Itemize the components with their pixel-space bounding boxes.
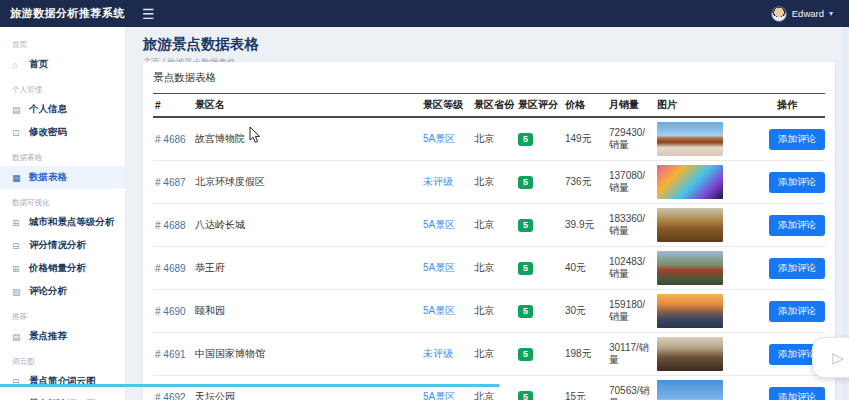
attraction-id: # 4688 [155,220,186,231]
video-progress-bar[interactable] [0,384,500,387]
attraction-sales: 30117/销量 [609,342,649,366]
sidebar-item-city-level-analysis[interactable]: ⊞城市和景点等级分析 [0,211,125,234]
attraction-price: 198元 [565,348,592,359]
attraction-image [657,294,723,328]
id-card-icon: ▤ [12,105,23,115]
col-header-price: 价格 [563,94,607,118]
rating-badge: 5 [518,391,533,400]
recommend-icon: ▤ [12,332,23,342]
attraction-name: 故宫博物院 [195,133,245,144]
attraction-price: 39.9元 [565,219,594,230]
attraction-id: # 4691 [155,349,186,360]
play-icon: ▷ [832,349,844,367]
col-header-province: 景区省份 [472,94,516,118]
attraction-province: 北京 [474,176,494,187]
sidebar-item-rating-analysis[interactable]: ⊟评分情况分析 [0,234,125,257]
attraction-image [657,337,723,371]
city-chart-icon: ⊞ [12,218,23,228]
sidebar-item-label: 个人信息 [29,103,67,116]
sidebar-section-label: 个人管理 [12,85,125,95]
add-comment-button[interactable]: 添加评论 [769,129,825,150]
sidebar-item-price-sales-analysis[interactable]: ⊞价格销量分析 [0,257,125,280]
bar-chart-icon: ▨ [12,287,23,297]
hamburger-menu-icon[interactable]: ☰ [142,7,155,21]
avatar [771,6,787,22]
attraction-name: 恭王府 [195,262,225,273]
sidebar-item-label: 价格销量分析 [29,262,86,275]
attraction-sales: 159180/销量 [609,299,645,323]
caret-down-icon: ▾ [829,9,833,18]
table-icon: ▦ [12,173,23,183]
play-button-overlay[interactable]: ▷ [812,337,849,378]
sidebar-section-label: 数据可视化 [12,198,125,208]
attraction-image [657,165,723,199]
col-header-id: # [153,94,193,118]
sidebar-item-comment-wordcloud[interactable]: ⊟景点评论词云图 [0,393,125,400]
sidebar-section-label: 数据表格 [12,153,125,163]
sidebar-item-data-table[interactable]: ▦数据表格 [0,166,125,189]
attraction-province: 北京 [474,391,494,400]
sidebar-item-change-password[interactable]: ⊡修改密码 [0,121,125,144]
add-comment-button[interactable]: 添加评论 [769,301,825,322]
sidebar-nav: 首页⌂首页个人管理▤个人信息⊡修改密码数据表格▦数据表格数据可视化⊞城市和景点等… [0,40,125,400]
attraction-price: 15元 [565,391,586,400]
attraction-province: 北京 [474,348,494,359]
sidebar-item-label: 城市和景点等级分析 [29,216,115,229]
topbar: 旅游数据分析推荐系统 ☰ Edward ▾ [0,0,849,27]
attraction-id: # 4687 [155,177,186,188]
table-row[interactable]: # 4692 天坛公园 5A景区 北京 5 15元 70563/销量 添加评论 [153,376,825,400]
main-content: 旅游景点数据表格 主页 / 旅游景点数据表格 景点数据表格 # 景区名 景区等级 [126,27,849,400]
attraction-id: # 4690 [155,306,186,317]
col-header-image: 图片 [655,94,763,118]
add-comment-button[interactable]: 添加评论 [769,215,825,236]
table-row[interactable]: # 4687 北京环球度假区 未评级 北京 5 736元 137080/销量 添… [153,161,825,204]
rating-badge: 5 [518,305,533,318]
table-row[interactable]: # 4688 八达岭长城 5A景区 北京 5 39.9元 183360/销量 添… [153,204,825,247]
sidebar-item-comment-analysis[interactable]: ▨评论分析 [0,280,125,303]
rating-badge: 5 [518,219,533,232]
attraction-province: 北京 [474,305,494,316]
table-row[interactable]: # 4689 恭王府 5A景区 北京 5 40元 102483/销量 添加评论 [153,247,825,290]
attraction-level-link[interactable]: 5A景区 [423,262,455,273]
user-menu[interactable]: Edward ▾ [771,6,849,22]
attraction-province: 北京 [474,133,494,144]
attraction-level-link[interactable]: 5A景区 [423,391,455,400]
attraction-sales: 183360/销量 [609,213,645,237]
attraction-sales: 729430/销量 [609,127,645,151]
sidebar-item-intro-wordcloud[interactable]: ⊟景点简介词云图 [0,370,125,393]
card-title: 景点数据表格 [153,71,825,85]
attraction-level-link[interactable]: 未评级 [423,176,453,187]
attraction-level-link[interactable]: 5A景区 [423,305,455,316]
attraction-name: 天坛公园 [195,391,235,400]
attraction-image [657,208,723,242]
attraction-level-link[interactable]: 5A景区 [423,133,455,144]
attraction-level-link[interactable]: 5A景区 [423,219,455,230]
add-comment-button[interactable]: 添加评论 [769,172,825,193]
attraction-id: # 4689 [155,263,186,274]
home-icon: ⌂ [12,60,23,70]
sidebar-item-attraction-recommend[interactable]: ▤景点推荐 [0,325,125,348]
col-header-action: 操作 [763,94,825,118]
mouse-cursor [249,126,261,144]
attraction-province: 北京 [474,262,494,273]
price-chart-icon: ⊞ [12,264,23,274]
table-body: # 4686 故宫博物院 5A景区 北京 5 149元 729430/销量 添加… [153,117,825,400]
sidebar-item-label: 修改密码 [29,126,67,139]
attraction-name: 中国国家博物馆 [195,348,265,359]
page-title: 旅游景点数据表格 [143,35,849,54]
add-comment-button[interactable]: 添加评论 [769,258,825,279]
attraction-image [657,380,723,400]
attraction-name: 八达岭长城 [195,219,245,230]
attraction-price: 30元 [565,305,586,316]
table-row[interactable]: # 4691 中国国家博物馆 未评级 北京 5 198元 30117/销量 添加… [153,333,825,376]
sidebar-item-profile[interactable]: ▤个人信息 [0,98,125,121]
add-comment-button[interactable]: 添加评论 [769,387,825,400]
sidebar-item-home[interactable]: ⌂首页 [0,53,125,76]
attraction-name: 颐和园 [195,305,225,316]
sidebar-section-label: 词云图 [12,357,125,367]
table-row[interactable]: # 4690 颐和园 5A景区 北京 5 30元 159180/销量 添加评论 [153,290,825,333]
col-header-level: 景区等级 [421,94,472,118]
sidebar-item-label: 评分情况分析 [29,239,86,252]
attraction-level-link[interactable]: 未评级 [423,348,453,359]
sidebar: 首页⌂首页个人管理▤个人信息⊡修改密码数据表格▦数据表格数据可视化⊞城市和景点等… [0,27,126,400]
